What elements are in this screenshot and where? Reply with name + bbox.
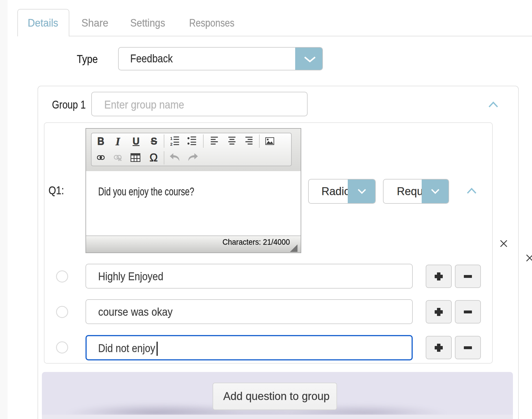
svg-text:1: 1: [170, 136, 172, 141]
svg-text:2: 2: [170, 142, 172, 146]
